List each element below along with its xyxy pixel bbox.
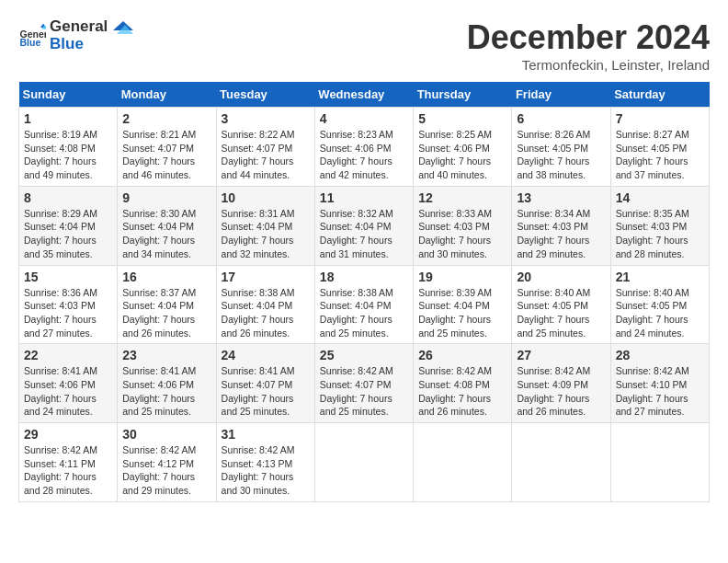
day-number: 25 [320,348,408,362]
day-info: Sunrise: 8:19 AMSunset: 4:08 PMDaylight:… [24,128,112,182]
calendar-cell: 11Sunrise: 8:32 AMSunset: 4:04 PMDayligh… [314,186,413,265]
month-title: December 2024 [467,18,710,57]
calendar-cell: 27Sunrise: 8:42 AMSunset: 4:09 PMDayligh… [512,344,610,423]
day-number: 13 [517,190,605,205]
day-number: 5 [418,111,506,126]
calendar-week-2: 8Sunrise: 8:29 AMSunset: 4:04 PMDaylight… [19,186,710,265]
day-number: 31 [222,427,310,442]
day-info: Sunrise: 8:40 AMSunset: 4:05 PMDaylight:… [616,286,704,340]
day-info: Sunrise: 8:25 AMSunset: 4:06 PMDaylight:… [418,128,506,182]
location-subtitle: Termonfeckin, Leinster, Ireland [467,57,710,73]
calendar-week-3: 15Sunrise: 8:36 AMSunset: 4:03 PMDayligh… [19,265,710,344]
day-number: 14 [616,190,704,205]
calendar-cell: 3Sunrise: 8:22 AMSunset: 4:07 PMDaylight… [216,108,314,187]
title-section: December 2024 Termonfeckin, Leinster, Ir… [467,18,710,73]
calendar-cell: 21Sunrise: 8:40 AMSunset: 4:05 PMDayligh… [610,265,709,344]
day-info: Sunrise: 8:39 AMSunset: 4:04 PMDaylight:… [418,286,506,340]
calendar-cell: 12Sunrise: 8:33 AMSunset: 4:03 PMDayligh… [414,186,512,265]
calendar-cell: 4Sunrise: 8:23 AMSunset: 4:06 PMDaylight… [314,108,413,187]
day-info: Sunrise: 8:41 AMSunset: 4:06 PMDaylight:… [122,364,210,419]
day-info: Sunrise: 8:42 AMSunset: 4:10 PMDaylight:… [616,364,704,419]
day-number: 20 [517,270,605,284]
day-number: 9 [122,190,210,205]
day-info: Sunrise: 8:42 AMSunset: 4:12 PMDaylight:… [122,443,210,498]
logo-icon: General Blue [18,22,46,50]
header: General Blue General Blue December 2024 … [18,18,710,73]
day-number: 8 [24,190,112,205]
day-info: Sunrise: 8:30 AMSunset: 4:04 PMDaylight:… [122,207,210,261]
day-number: 22 [24,348,112,362]
day-info: Sunrise: 8:42 AMSunset: 4:11 PMDaylight:… [24,443,112,498]
day-number: 2 [122,111,210,126]
calendar-cell [414,423,512,502]
logo-general: General [50,18,108,36]
day-info: Sunrise: 8:42 AMSunset: 4:09 PMDaylight:… [517,364,605,419]
calendar-cell: 31Sunrise: 8:42 AMSunset: 4:13 PMDayligh… [216,423,314,502]
day-info: Sunrise: 8:41 AMSunset: 4:07 PMDaylight:… [222,364,310,419]
day-number: 19 [418,270,506,284]
logo: General Blue General Blue [18,18,133,52]
day-info: Sunrise: 8:29 AMSunset: 4:04 PMDaylight:… [24,207,112,261]
calendar-table: Sunday Monday Tuesday Wednesday Thursday… [18,82,710,502]
day-number: 3 [222,111,310,126]
day-info: Sunrise: 8:41 AMSunset: 4:06 PMDaylight:… [24,364,112,419]
day-number: 16 [122,270,210,284]
day-number: 6 [517,111,605,126]
calendar-cell: 9Sunrise: 8:30 AMSunset: 4:04 PMDaylight… [118,186,216,265]
day-number: 26 [418,348,506,362]
calendar-week-1: 1Sunrise: 8:19 AMSunset: 4:08 PMDaylight… [19,108,710,187]
calendar-cell: 15Sunrise: 8:36 AMSunset: 4:03 PMDayligh… [19,265,118,344]
logo-blue: Blue [50,36,108,53]
header-sunday: Sunday [19,82,118,108]
calendar-cell: 22Sunrise: 8:41 AMSunset: 4:06 PMDayligh… [19,344,118,423]
day-number: 21 [616,270,704,284]
calendar-cell: 2Sunrise: 8:21 AMSunset: 4:07 PMDaylight… [118,108,216,187]
calendar-week-5: 29Sunrise: 8:42 AMSunset: 4:11 PMDayligh… [19,423,710,502]
calendar-cell: 26Sunrise: 8:42 AMSunset: 4:08 PMDayligh… [414,344,512,423]
page-container: General Blue General Blue December 2024 … [18,18,710,502]
calendar-cell: 5Sunrise: 8:25 AMSunset: 4:06 PMDaylight… [414,108,512,187]
day-info: Sunrise: 8:42 AMSunset: 4:07 PMDaylight:… [320,364,408,419]
calendar-header-row: Sunday Monday Tuesday Wednesday Thursday… [19,82,710,108]
day-info: Sunrise: 8:36 AMSunset: 4:03 PMDaylight:… [24,286,112,340]
day-info: Sunrise: 8:21 AMSunset: 4:07 PMDaylight:… [122,128,210,182]
day-number: 24 [222,348,310,362]
calendar-cell: 28Sunrise: 8:42 AMSunset: 4:10 PMDayligh… [610,344,709,423]
day-info: Sunrise: 8:42 AMSunset: 4:13 PMDaylight:… [222,443,310,498]
calendar-cell [512,423,610,502]
day-info: Sunrise: 8:35 AMSunset: 4:03 PMDaylight:… [616,207,704,261]
calendar-cell: 1Sunrise: 8:19 AMSunset: 4:08 PMDaylight… [19,108,118,187]
day-number: 11 [320,190,408,205]
header-wednesday: Wednesday [314,82,413,108]
logo-arrow-icon [113,21,133,41]
day-info: Sunrise: 8:26 AMSunset: 4:05 PMDaylight:… [517,128,605,182]
calendar-cell: 20Sunrise: 8:40 AMSunset: 4:05 PMDayligh… [512,265,610,344]
day-number: 28 [616,348,704,362]
day-number: 12 [418,190,506,205]
day-number: 7 [616,111,704,126]
day-number: 30 [122,427,210,442]
header-thursday: Thursday [414,82,512,108]
calendar-cell: 23Sunrise: 8:41 AMSunset: 4:06 PMDayligh… [118,344,216,423]
day-info: Sunrise: 8:42 AMSunset: 4:08 PMDaylight:… [418,364,506,419]
calendar-cell: 17Sunrise: 8:38 AMSunset: 4:04 PMDayligh… [216,265,314,344]
header-saturday: Saturday [610,82,709,108]
day-number: 23 [122,348,210,362]
calendar-cell: 30Sunrise: 8:42 AMSunset: 4:12 PMDayligh… [118,423,216,502]
calendar-cell: 13Sunrise: 8:34 AMSunset: 4:03 PMDayligh… [512,186,610,265]
calendar-cell: 6Sunrise: 8:26 AMSunset: 4:05 PMDaylight… [512,108,610,187]
header-friday: Friday [512,82,610,108]
calendar-cell: 19Sunrise: 8:39 AMSunset: 4:04 PMDayligh… [414,265,512,344]
day-number: 29 [24,427,112,442]
header-monday: Monday [118,82,216,108]
day-info: Sunrise: 8:33 AMSunset: 4:03 PMDaylight:… [418,207,506,261]
calendar-cell: 10Sunrise: 8:31 AMSunset: 4:04 PMDayligh… [216,186,314,265]
day-info: Sunrise: 8:22 AMSunset: 4:07 PMDaylight:… [222,128,310,182]
calendar-cell: 8Sunrise: 8:29 AMSunset: 4:04 PMDaylight… [19,186,118,265]
calendar-cell: 25Sunrise: 8:42 AMSunset: 4:07 PMDayligh… [314,344,413,423]
day-info: Sunrise: 8:23 AMSunset: 4:06 PMDaylight:… [320,128,408,182]
day-number: 18 [320,270,408,284]
day-info: Sunrise: 8:31 AMSunset: 4:04 PMDaylight:… [222,207,310,261]
day-number: 15 [24,270,112,284]
calendar-cell [610,423,709,502]
